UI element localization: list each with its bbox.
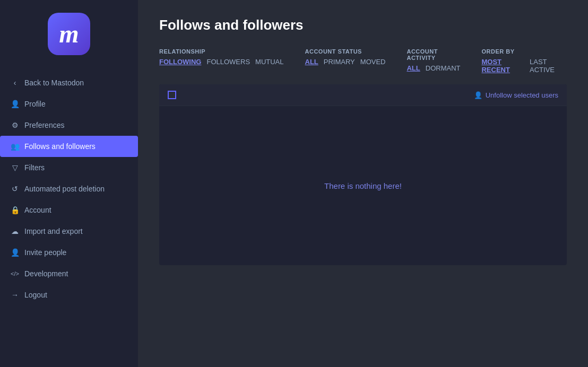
nav-item-logout: → Logout [0, 284, 138, 305]
autodeletion-icon: ↺ [11, 185, 19, 193]
profile-button[interactable]: 👤 Profile [0, 93, 138, 115]
invite-icon: 👤 [11, 248, 19, 257]
account-label: Account [24, 206, 51, 214]
autodeletion-button[interactable]: ↺ Automated post deletion [0, 178, 138, 199]
preferences-button[interactable]: ⚙ Preferences [0, 115, 138, 136]
import-export-button[interactable]: ☁ Import and export [0, 221, 138, 242]
relationship-filter-label: RELATIONSHIP [159, 48, 284, 55]
invite-label: Invite people [24, 248, 66, 257]
code-icon: </> [11, 270, 19, 277]
logout-button[interactable]: → Logout [0, 284, 138, 305]
unfollow-button-label: Unfollow selected users [486, 91, 558, 99]
logout-label: Logout [24, 291, 47, 299]
profile-icon: 👤 [11, 100, 19, 108]
order-by-filter-label: ORDER BY [481, 48, 567, 55]
unfollow-user-icon: 👤 [474, 91, 482, 99]
lock-icon: 🔒 [11, 206, 19, 214]
preferences-label: Preferences [24, 121, 64, 129]
empty-panel: There is nothing here! [159, 106, 567, 265]
filter-mutual[interactable]: MUTUAL [255, 58, 283, 66]
content-panel: 👤 Unfollow selected users There is nothi… [159, 84, 567, 265]
development-button[interactable]: </> Development [0, 263, 138, 284]
nav-item-import-export: ☁ Import and export [0, 221, 138, 242]
back-label: Back to Mastodon [24, 78, 84, 87]
account-activity-filter-options: ALL DORMANT [407, 64, 460, 72]
back-icon: ‹ [11, 78, 19, 87]
nav-item-autodeletion: ↺ Automated post deletion [0, 178, 138, 199]
filters-icon: ▽ [11, 163, 19, 172]
filter-order-most-recent[interactable]: MOST RECENT [481, 58, 524, 74]
filter-activity-all[interactable]: ALL [407, 64, 420, 72]
filter-status-all[interactable]: ALL [305, 58, 318, 66]
filters-label: Filters [24, 163, 45, 172]
relationship-filter-options: FOLLOWING FOLLOWERS MUTUAL [159, 58, 284, 66]
empty-message: There is nothing here! [324, 181, 402, 190]
logo-letter: m [59, 21, 79, 47]
nav-item-profile: 👤 Profile [0, 93, 138, 115]
account-status-filter-group: ACCOUNT STATUS ALL PRIMARY MOVED [305, 48, 386, 66]
filter-following[interactable]: FOLLOWING [159, 58, 201, 66]
filter-followers[interactable]: FOLLOWERS [206, 58, 250, 66]
logo: m [48, 13, 90, 55]
nav-list: ‹ Back to Mastodon 👤 Profile ⚙ Preferenc… [0, 72, 138, 305]
filters-button[interactable]: ▽ Filters [0, 157, 138, 178]
invite-button[interactable]: 👤 Invite people [0, 242, 138, 263]
nav-item-back: ‹ Back to Mastodon [0, 72, 138, 93]
order-by-filter-options: MOST RECENT LAST ACTIVE [481, 58, 567, 74]
unfollow-selected-button[interactable]: 👤 Unfollow selected users [474, 91, 558, 99]
nav-item-account: 🔒 Account [0, 199, 138, 221]
nav-item-follows: 👥 Follows and followers [0, 136, 138, 157]
cloud-icon: ☁ [11, 227, 19, 235]
main-content: Follows and followers RELATIONSHIP FOLLO… [138, 0, 588, 367]
order-by-filter-group: ORDER BY MOST RECENT LAST ACTIVE [481, 48, 567, 74]
follows-icon: 👥 [11, 142, 19, 151]
account-activity-filter-group: ACCOUNT ACTIVITY ALL DORMANT [407, 48, 460, 72]
back-to-mastodon-button[interactable]: ‹ Back to Mastodon [0, 72, 138, 93]
filter-status-moved[interactable]: MOVED [360, 58, 386, 66]
sidebar: m ‹ Back to Mastodon 👤 Profile ⚙ Prefere… [0, 0, 138, 367]
follows-button[interactable]: 👥 Follows and followers [0, 136, 138, 157]
account-button[interactable]: 🔒 Account [0, 199, 138, 221]
relationship-filter-group: RELATIONSHIP FOLLOWING FOLLOWERS MUTUAL [159, 48, 284, 66]
profile-label: Profile [24, 100, 46, 108]
account-activity-filter-label: ACCOUNT ACTIVITY [407, 48, 460, 61]
page-title: Follows and followers [159, 17, 567, 33]
logout-icon: → [11, 291, 19, 299]
autodeletion-label: Automated post deletion [24, 185, 105, 193]
follows-label: Follows and followers [24, 142, 96, 151]
nav-item-invite: 👤 Invite people [0, 242, 138, 263]
panel-toolbar: 👤 Unfollow selected users [159, 84, 567, 106]
filter-order-last-active[interactable]: LAST ACTIVE [530, 58, 567, 74]
filter-activity-dormant[interactable]: DORMANT [426, 64, 461, 72]
nav-item-preferences: ⚙ Preferences [0, 115, 138, 136]
filter-status-primary[interactable]: PRIMARY [324, 58, 355, 66]
account-status-filter-label: ACCOUNT STATUS [305, 48, 386, 55]
filter-bar: RELATIONSHIP FOLLOWING FOLLOWERS MUTUAL … [159, 48, 567, 74]
account-status-filter-options: ALL PRIMARY MOVED [305, 58, 386, 66]
nav-item-filters: ▽ Filters [0, 157, 138, 178]
gear-icon: ⚙ [11, 121, 19, 129]
development-label: Development [24, 269, 68, 278]
select-all-checkbox[interactable] [168, 91, 176, 99]
import-export-label: Import and export [24, 227, 83, 235]
nav-item-development: </> Development [0, 263, 138, 284]
